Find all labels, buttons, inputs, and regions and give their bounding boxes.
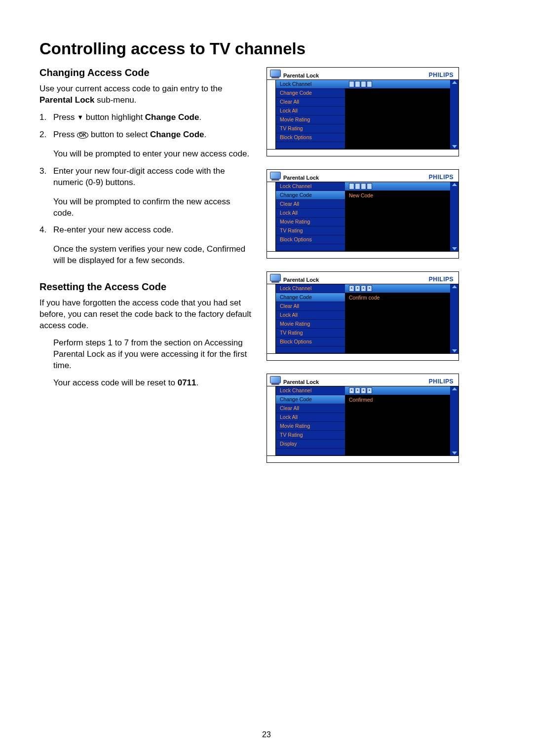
osd-breadcrumb: Parental Lock <box>283 379 319 385</box>
osd-menu-item: Block Options <box>276 133 345 142</box>
scroll-down-icon <box>452 452 457 454</box>
tv-icon <box>270 70 281 78</box>
page-number: 23 <box>0 730 533 739</box>
step4-extra: Once the system verifies your new code, … <box>53 244 252 266</box>
code-entry-boxes: **** <box>349 387 372 394</box>
osd-menu-item: Lock Channel <box>276 386 345 395</box>
osd-menu-item: Lock All <box>276 413 345 422</box>
osd-menu-item: Lock Channel <box>276 80 345 89</box>
osd-value-row: **** <box>345 284 450 293</box>
tv-icon <box>270 172 281 181</box>
scroll-down-icon <box>452 349 457 352</box>
changing-intro: Use your current access code to gain ent… <box>39 83 252 106</box>
osd-scrollbar <box>450 386 458 455</box>
osd-menu-item: Lock All <box>276 311 345 320</box>
osd-menu-item: Change Code <box>276 191 345 200</box>
scroll-down-icon <box>452 145 457 148</box>
step-4: Re-enter your new access code. Once the … <box>39 225 252 266</box>
osd-value-row <box>345 107 450 115</box>
resetting-indent-b-post: . <box>196 378 199 387</box>
step1-post: . <box>199 113 201 122</box>
osd-menu-item: Lock All <box>276 209 345 218</box>
scroll-up-icon <box>452 387 457 390</box>
tv-icon <box>270 376 281 385</box>
osd-menu-item: Movie Rating <box>276 115 345 124</box>
osd-value-row <box>345 98 450 107</box>
down-triangle-icon: ▼ <box>77 113 83 121</box>
scroll-up-icon <box>452 81 457 84</box>
osd-value-row <box>345 89 450 98</box>
osd-value-row: Confirm code <box>345 293 450 302</box>
osd-value-row <box>345 413 450 422</box>
osd-value-row <box>345 431 450 440</box>
step-1: Press ▼ button highlight Change Code. <box>39 112 252 123</box>
osd-value-row <box>345 338 450 346</box>
osd-value-row <box>345 115 450 124</box>
osd-menu-item: Movie Rating <box>276 422 345 431</box>
resetting-intro: If you have forgotten the access code th… <box>39 298 252 332</box>
osd-menu-item: Change Code <box>276 293 345 302</box>
resetting-indent-b-pre: Your access code will be reset to <box>53 378 178 387</box>
osd-breadcrumb: Parental Lock <box>283 73 319 78</box>
resetting-access-code-heading: Resetting the Access Code <box>39 281 252 293</box>
tv-icon <box>270 274 281 283</box>
philips-logo: PHILIPS <box>429 276 454 283</box>
osd-menu-item: Block Options <box>276 338 345 346</box>
step1-bold: Change Code <box>145 113 199 122</box>
resetting-indent-a: Perform steps 1 to 7 from the section on… <box>39 338 252 372</box>
osd-menu-item: Change Code <box>276 89 345 98</box>
osd-value-row: New Code <box>345 191 450 200</box>
osd-menu-item: Movie Rating <box>276 320 345 329</box>
step1-mid: button highlight <box>83 113 145 122</box>
osd-value-row: **** <box>345 386 450 395</box>
osd-menu-item: Block Options <box>276 235 345 244</box>
osd-breadcrumb: Parental Lock <box>283 277 319 283</box>
osd-value-row <box>345 209 450 218</box>
osd-menu-item: Lock All <box>276 107 345 115</box>
ok-button-icon: OK <box>77 132 88 139</box>
philips-logo: PHILIPS <box>429 378 454 385</box>
osd-menu-item: Change Code <box>276 395 345 404</box>
step4-text: Re-enter your new access code. <box>53 225 174 234</box>
osd-value-row: Confirmed <box>345 395 450 404</box>
step2-pre: Press <box>53 130 77 139</box>
osd-menu-item: Lock Channel <box>276 284 345 293</box>
osd-value-row <box>345 404 450 413</box>
osd-menu-item: TV Rating <box>276 431 345 440</box>
osd-scrollbar <box>450 80 458 149</box>
changing-intro-post: sub-menu. <box>95 95 137 105</box>
osd-menu-item: Clear All <box>276 200 345 209</box>
osd-value-row <box>345 200 450 209</box>
osd-value-row <box>345 218 450 227</box>
osd-breadcrumb: Parental Lock <box>283 175 319 181</box>
osd-menu-item: Movie Rating <box>276 218 345 227</box>
osd-value-row <box>345 311 450 320</box>
osd-menu-item: Lock Channel <box>276 182 345 191</box>
osd-screenshot-4: Parental LockPHILIPSLock ChannelChange C… <box>266 374 459 463</box>
scroll-down-icon <box>452 247 457 250</box>
osd-scrollbar <box>450 182 458 251</box>
osd-value-row <box>345 320 450 329</box>
osd-screenshot-1: Parental LockPHILIPSLock ChannelChange C… <box>266 67 459 156</box>
osd-menu-item: Clear All <box>276 302 345 311</box>
osd-value-row <box>345 133 450 142</box>
step2-bold: Change Code <box>150 130 204 139</box>
text-column: Changing Access Code Use your current ac… <box>39 67 252 463</box>
osd-scrollbar <box>450 284 458 353</box>
step-3: Enter your new four-digit access code wi… <box>39 166 252 219</box>
osd-value-row <box>345 440 450 449</box>
step2-extra: You will be prompted to enter your new a… <box>53 149 252 160</box>
osd-menu-item: TV Rating <box>276 329 345 338</box>
changing-intro-pre: Use your current access code to gain ent… <box>39 84 222 93</box>
step-2: Press OK button to select Change Code. Y… <box>39 129 252 160</box>
changing-steps: Press ▼ button highlight Change Code. Pr… <box>39 112 252 266</box>
step3-extra: You will be prompted to confirm the new … <box>53 196 252 219</box>
changing-access-code-heading: Changing Access Code <box>39 67 252 78</box>
code-entry-boxes <box>349 81 372 87</box>
page-title: Controlling access to TV channels <box>39 39 498 58</box>
changing-intro-bold: Parental Lock <box>39 95 95 105</box>
osd-menu-item: Clear All <box>276 98 345 107</box>
philips-logo: PHILIPS <box>429 72 454 78</box>
scroll-up-icon <box>452 285 457 288</box>
philips-logo: PHILIPS <box>429 174 454 181</box>
